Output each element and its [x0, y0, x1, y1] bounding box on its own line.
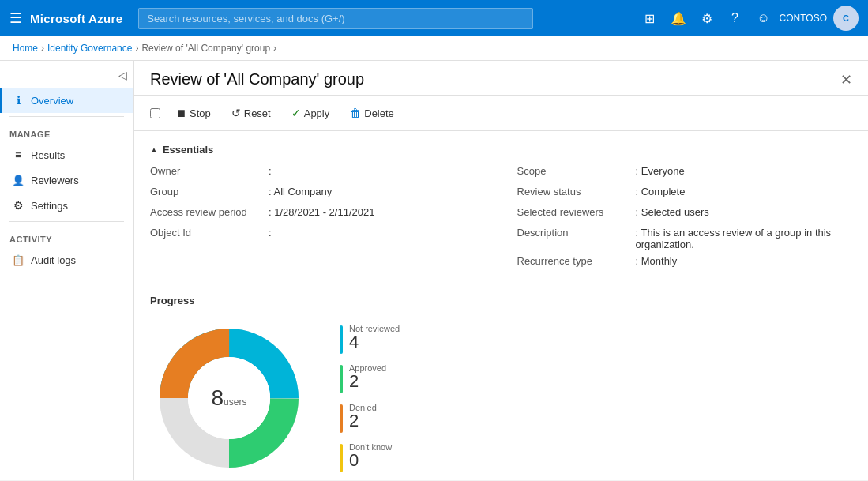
main-layout: ◁ ℹ Overview Manage ≡ Results 👤 Reviewer…	[0, 61, 868, 480]
approved-info: Approved 2	[349, 363, 386, 390]
group-label: Group	[150, 186, 269, 197]
apply-button[interactable]: ✓ Apply	[283, 102, 339, 124]
not-reviewed-info: Not reviewed 4	[349, 324, 400, 351]
scope-label: Scope	[517, 165, 636, 177]
essentials-section: ▲ Essentials Owner : Group : All Company…	[134, 131, 868, 288]
essentials-header[interactable]: ▲ Essentials	[150, 144, 852, 156]
sidebar-item-audit-logs[interactable]: 📋 Audit logs	[0, 247, 133, 272]
object-id-value: :	[269, 227, 272, 239]
progress-title: Progress	[150, 295, 852, 306]
nav-icons: ⊞ 🔔 ⚙ ? ☺ CONTOSO C	[637, 6, 859, 31]
recurrence-type-label: Recurrence type	[517, 255, 636, 267]
reset-button[interactable]: ↺ Reset	[223, 102, 280, 124]
toolbar: ⏹ Stop ↺ Reset ✓ Apply 🗑 Delete	[134, 96, 868, 131]
review-status-label: Review status	[517, 186, 636, 197]
donut-total-label: users	[224, 396, 246, 408]
group-row: Group : All Company	[150, 186, 486, 201]
owner-value: :	[269, 165, 272, 177]
breadcrumb: Home › Identity Governance › Review of '…	[0, 36, 868, 61]
legend-item-dont-know[interactable]: Don't know 0	[340, 442, 400, 472]
stop-label: Stop	[190, 107, 211, 119]
reset-icon: ↺	[231, 107, 241, 119]
access-review-period-row: Access review period : 1/28/2021 - 2/11/…	[150, 206, 486, 222]
results-icon: ≡	[12, 148, 24, 161]
essentials-left-col: Owner : Group : All Company Access revie…	[150, 165, 486, 276]
search-input[interactable]	[138, 8, 533, 29]
progress-content: 8users Not reviewed 4	[150, 319, 852, 477]
access-review-period-label: Access review period	[150, 206, 269, 218]
page-title: Review of 'All Company' group	[150, 70, 364, 88]
manage-section-title: Manage	[0, 120, 133, 142]
settings-icon[interactable]: ⚙	[694, 6, 720, 31]
hamburger-menu[interactable]: ☰	[9, 9, 22, 27]
approved-bar	[340, 365, 343, 393]
reviewers-icon: 👤	[12, 174, 24, 186]
review-status-row: Review status : Complete	[517, 186, 853, 201]
stop-toolbar-group: ⏹ Stop	[150, 102, 220, 124]
top-navigation: ☰ Microsoft Azure ⊞ 🔔 ⚙ ? ☺ CONTOSO C	[0, 0, 868, 36]
not-reviewed-count: 4	[349, 333, 400, 351]
stop-icon: ⏹	[175, 107, 186, 119]
sidebar-item-audit-logs-label: Audit logs	[31, 254, 76, 266]
description-label: Description	[517, 227, 636, 239]
help-icon[interactable]: ?	[723, 6, 748, 31]
recurrence-type-value: : Monthly	[636, 255, 678, 267]
legend-item-not-reviewed[interactable]: Not reviewed 4	[340, 324, 400, 354]
access-review-period-value: : 1/28/2021 - 2/11/2021	[269, 206, 374, 218]
essentials-title: Essentials	[163, 144, 213, 156]
owner-row: Owner :	[150, 165, 486, 181]
apply-icon: ✓	[291, 107, 301, 119]
not-reviewed-bar	[340, 325, 343, 354]
sidebar-item-results[interactable]: ≡ Results	[0, 142, 133, 167]
denied-bar	[340, 404, 343, 433]
page-header: Review of 'All Company' group ✕	[134, 61, 868, 96]
sidebar: ◁ ℹ Overview Manage ≡ Results 👤 Reviewer…	[0, 61, 134, 480]
essentials-grid: Owner : Group : All Company Access revie…	[150, 165, 852, 276]
delete-icon: 🗑	[350, 107, 361, 119]
essentials-right-col: Scope : Everyone Review status : Complet…	[517, 165, 853, 276]
settings-nav-icon: ⚙	[12, 199, 24, 212]
content-area: Review of 'All Company' group ✕ ⏹ Stop ↺…	[134, 61, 868, 480]
feedback-icon[interactable]: ☺	[751, 6, 776, 31]
recurrence-type-row: Recurrence type : Monthly	[517, 255, 853, 271]
dont-know-count: 0	[349, 452, 392, 469]
activity-section-title: Activity	[0, 225, 133, 247]
close-button[interactable]: ✕	[840, 73, 852, 87]
group-value: : All Company	[269, 186, 332, 197]
breadcrumb-current: Review of 'All Company' group	[141, 43, 270, 54]
owner-label: Owner	[150, 165, 269, 177]
dont-know-bar	[340, 444, 343, 472]
legend-item-approved[interactable]: Approved 2	[340, 363, 400, 393]
description-row: Description : This is an access review o…	[517, 227, 853, 250]
stop-button[interactable]: ⏹ Stop	[167, 102, 220, 124]
scope-row: Scope : Everyone	[517, 165, 853, 181]
scope-value: : Everyone	[636, 165, 685, 177]
apply-label: Apply	[304, 107, 330, 119]
sidebar-item-reviewers-label: Reviewers	[31, 175, 79, 186]
breadcrumb-home[interactable]: Home	[13, 43, 38, 54]
legend-item-denied[interactable]: Denied 2	[340, 403, 400, 433]
donut-chart: 8users	[150, 319, 308, 477]
chart-legend: Not reviewed 4 Approved 2	[340, 324, 400, 472]
sidebar-item-results-label: Results	[31, 149, 65, 161]
user-avatar[interactable]: C	[833, 6, 859, 31]
sidebar-divider-activity	[9, 221, 124, 222]
object-id-row: Object Id :	[150, 227, 486, 242]
collapse-sidebar-icon[interactable]: ◁	[118, 69, 127, 81]
selected-reviewers-label: Selected reviewers	[517, 206, 636, 218]
sidebar-item-settings[interactable]: ⚙ Settings	[0, 193, 133, 218]
delete-button[interactable]: 🗑 Delete	[341, 102, 403, 124]
notifications-icon[interactable]: 🔔	[666, 6, 691, 31]
overview-icon: ℹ	[12, 94, 24, 107]
breadcrumb-identity-governance[interactable]: Identity Governance	[47, 43, 132, 54]
portal-icon[interactable]: ⊞	[637, 6, 663, 31]
sidebar-item-reviewers[interactable]: 👤 Reviewers	[0, 167, 133, 193]
description-value: : This is an access review of a group in…	[636, 227, 853, 250]
sidebar-item-overview-label: Overview	[31, 95, 73, 107]
approved-count: 2	[349, 373, 386, 390]
selected-reviewers-value: : Selected users	[636, 206, 709, 218]
dont-know-info: Don't know 0	[349, 442, 392, 469]
sidebar-item-overview[interactable]: ℹ Overview	[0, 88, 133, 113]
tenant-label: CONTOSO	[780, 13, 827, 24]
toolbar-checkbox[interactable]	[150, 108, 160, 118]
